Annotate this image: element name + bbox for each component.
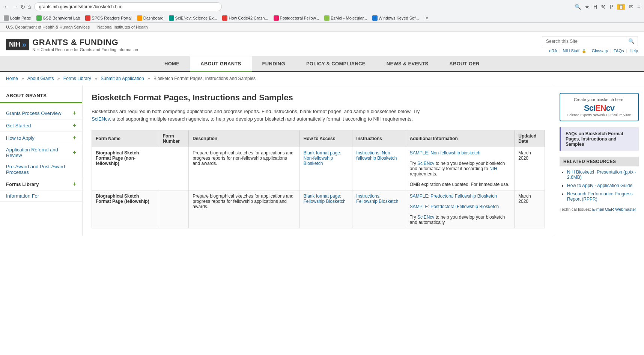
bookmark-icon [169,15,174,21]
site-title: GRANTS & FUNDING [32,38,138,47]
nav-policy[interactable]: POLICY & COMPLIANCE [296,56,376,71]
sciencv-sci: Sci [584,103,595,113]
sciencv-create-text: Create your biosketch here! [564,97,634,102]
menu-icon[interactable]: ≡ [637,4,640,10]
nih-arrow: » [22,40,26,49]
bookmark-ezmol[interactable]: EzMol - Molecular... [324,15,367,21]
forward-icon[interactable]: → [12,3,18,10]
biosketch-presentation-link[interactable]: NIH Biosketch Presentation (pptx - 2.6MB… [567,169,636,180]
bookmark-icon [36,15,42,21]
rppr-link[interactable]: Research Performance Progress Report (RP… [567,191,633,202]
bookmark-login[interactable]: Login Page [4,15,31,21]
yellow-extension-icon[interactable]: 📋 [617,4,625,10]
hhs-link[interactable]: U.S. Department of Health & Human Servic… [6,25,90,29]
sidebar-item-referral-review[interactable]: Application Referral and Review + [0,144,82,161]
nih-staff-link[interactable]: NIH Staff [563,48,579,53]
sciencv-intro-link[interactable]: SciENcv [92,116,110,122]
blank-format-fellowship-link[interactable]: Blank format page: Fellowship Biosketch [304,193,346,204]
faq-box[interactable]: FAQs on Biosketch Format Pages, Instruct… [560,127,639,151]
back-icon[interactable]: ← [4,3,10,10]
breadcrumb-home[interactable]: Home [6,76,18,81]
col-form-name: Form Name [92,130,159,147]
sidebar-item-get-started[interactable]: Get Started + [0,119,82,132]
paypal-icon[interactable]: P [609,4,613,10]
breadcrumb-submit-application[interactable]: Submit an Application [101,76,144,81]
home-icon[interactable]: ⌂ [27,3,31,10]
search-button[interactable]: 🔍 [625,36,638,46]
nav-news[interactable]: NEWS & EVENTS [376,56,439,71]
updated-cell: March 2020 [515,147,545,190]
browser-toolbar-icons: 🔍 ★ H ⚒ P 📋 ✉ ≡ [575,4,640,10]
bookmark-dashboard[interactable]: Dashboard [137,15,164,21]
help-link[interactable]: Help [629,48,638,53]
col-description: Description [189,130,299,147]
col-additional: Additional Information [406,130,515,147]
breadcrumb-current: Biosketch Format Pages, Instructions and… [153,76,256,81]
sciencv-additional-link[interactable]: SciENcv [417,161,434,166]
how-to-access-cell: Blank format page: Fellowship Biosketch [299,190,352,228]
additional-cell: SAMPLE: Predoctoral Fellowship Biosketch… [406,190,515,228]
mail-icon[interactable]: ✉ [629,4,633,10]
table-row: Biographical Sketch Format Page (fellows… [92,190,545,228]
related-title: RELATED RESOURCES [560,157,639,166]
instructions-cell: Instructions: Non-fellowship Biosketch [352,147,406,190]
nih-logo: NIH » [6,39,29,50]
intro-text: Biosketches are required in both competi… [92,108,429,122]
sample-non-fellowship-link[interactable]: SAMPLE: Non-fellowship biosketch [410,150,480,156]
site-title-area: GRANTS & FUNDING NIH Central Resource fo… [32,38,138,52]
right-sidebar: Create your biosketch here! SciENcv Scie… [554,85,644,236]
sidebar-item-grants-process[interactable]: Grants Process Overview + [0,107,82,119]
sidebar-item-forms-library[interactable]: Forms Library + [0,178,82,190]
sidebar-item-pre-award[interactable]: Pre-Award and Post-Award Processes [0,161,82,178]
logo-area: NIH » GRANTS & FUNDING NIH Central Resou… [6,38,138,52]
expand-icon: + [73,110,76,116]
bookmark-code42[interactable]: How Code42 Crash... [222,15,268,21]
breadcrumb-forms-library[interactable]: Forms Library [63,76,91,81]
bookmark-icon [85,15,90,21]
search-input[interactable] [542,36,625,46]
more-bookmarks-icon[interactable]: » [426,15,428,21]
nav-about-oer[interactable]: ABOUT OER [439,56,490,71]
browser-nav-buttons[interactable]: ← → ↻ ⌂ [4,3,31,11]
sciencv-fellowship-link[interactable]: SciENcv [417,215,434,220]
blank-format-non-fellowship-link[interactable]: Blank format page:Non-fellowship Biosket… [304,150,342,166]
instructions-non-fellowship-link[interactable]: Instructions: Non-fellowship Biosketch [356,150,397,161]
how-to-apply-guide-link[interactable]: How to Apply - Application Guide [567,183,632,188]
sciencv-box: Create your biosketch here! SciENcv Scie… [560,93,639,121]
sidebar-item-how-to-apply[interactable]: How to Apply + [0,132,82,144]
table-row: Biographical Sketch Format Page (non-fel… [92,147,545,190]
breadcrumb-about-grants[interactable]: About Grants [27,76,54,81]
bookmark-postdoc[interactable]: Postdoctoral Fellow... [274,15,319,21]
faqs-link[interactable]: FAQs [614,48,624,53]
bookmark-windows[interactable]: Windows Keyed Sof... [372,15,419,21]
reload-icon[interactable]: ↻ [20,3,25,11]
nav-about-grants[interactable]: ABOUT GRANTS [190,56,251,72]
form-number-cell [159,190,189,228]
list-item: How to Apply - Application Guide [567,183,639,188]
bookmark-sciencv[interactable]: SciENcv: Science Ex... [169,15,217,21]
bookmark-icon [137,15,142,21]
search-box[interactable]: 🔍 [542,36,638,46]
extension-icon[interactable]: ⚒ [601,4,606,10]
webmaster-link[interactable]: E-mail OER Webmaster [592,207,636,211]
how-to-access-cell: Blank format page:Non-fellowship Biosket… [299,147,352,190]
sidebar-item-information-for[interactable]: Information For [0,190,82,202]
search-icon[interactable]: 🔍 [575,4,581,10]
forms-table: Form Name Form Number Description How to… [92,130,545,228]
nih-link[interactable]: National Institutes of Health [97,25,148,29]
instructions-fellowship-link[interactable]: Instructions: Fellowship Biosketch [356,193,398,204]
nav-funding[interactable]: FUNDING [252,56,296,71]
star-icon[interactable]: ★ [585,4,590,10]
url-bar[interactable]: grants.nih.gov/grants/forms/biosketch.ht… [34,2,222,11]
nav-home[interactable]: HOME [154,56,190,71]
profile-h-icon[interactable]: H [593,4,597,10]
era-link[interactable]: eRA [549,48,557,53]
sample-postdoctoral-link[interactable]: SAMPLE: Postdoctoral Fellowship Biosketc… [410,204,499,209]
glossary-link[interactable]: Glossary [592,48,608,53]
bookmark-gsb[interactable]: GSB Behavioral Lab [36,15,80,21]
bookmark-spcs[interactable]: SPCS Readers Portal [85,15,131,21]
list-item: NIH Biosketch Presentation (pptx - 2.6MB… [567,169,639,180]
bookmark-icon [222,15,227,21]
sample-predoctoral-link[interactable]: SAMPLE: Predoctoral Fellowship Biosketch [410,193,497,199]
nih-link-table[interactable]: NIH [489,166,497,171]
